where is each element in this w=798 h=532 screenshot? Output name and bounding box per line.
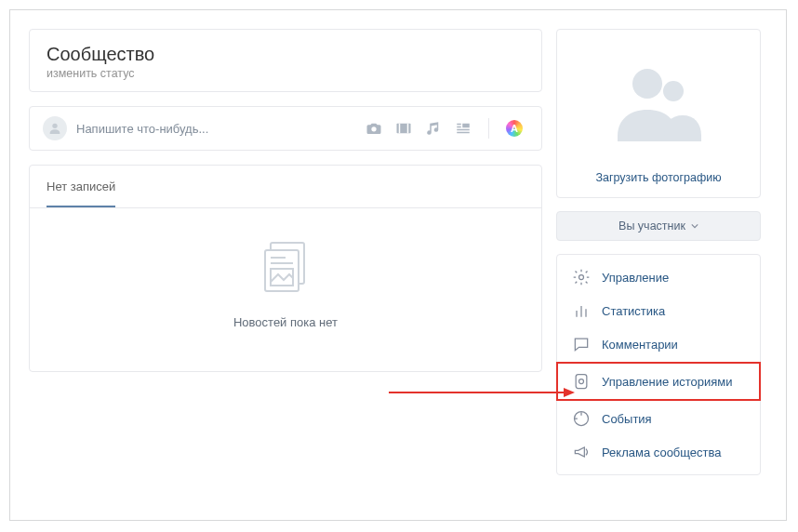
stories-icon [572, 372, 591, 391]
community-header: Сообщество изменить статус [29, 29, 542, 92]
menu-label: Управление [602, 271, 669, 285]
music-icon[interactable] [425, 120, 442, 137]
svg-point-11 [663, 81, 684, 101]
community-title: Сообщество [47, 44, 525, 65]
membership-button[interactable]: Вы участник [556, 211, 761, 241]
stats-icon [572, 301, 591, 320]
upload-photo-link[interactable]: Загрузить фотографию [568, 171, 749, 184]
menu-item-manage[interactable]: Управление [557, 260, 760, 294]
camera-icon[interactable] [366, 120, 382, 137]
article-icon[interactable] [455, 120, 472, 137]
menu-label: Управление историями [602, 375, 732, 389]
menu-item-comments[interactable]: Комментарии [557, 327, 760, 361]
posts-panel: Нет записей Новостей пока нет [29, 165, 542, 372]
compose-avatar-icon [43, 116, 67, 140]
menu-item-ads[interactable]: Реклама сообщества [557, 435, 760, 469]
menu-label: Реклама сообщества [602, 446, 722, 459]
empty-news-text: Новостей пока нет [30, 315, 541, 329]
admin-menu: Управление Статистика Комментарии Управл… [556, 254, 761, 475]
empty-news-icon [30, 241, 541, 299]
compose-box[interactable]: A [29, 106, 542, 151]
community-avatar-placeholder-icon [568, 60, 749, 147]
megaphone-icon [572, 443, 591, 461]
gear-icon [572, 268, 591, 286]
menu-item-events[interactable]: События [557, 402, 760, 435]
svg-point-0 [52, 124, 57, 128]
poster-icon[interactable]: A [506, 120, 523, 137]
compose-input[interactable] [76, 122, 366, 136]
svg-rect-4 [407, 124, 409, 134]
svg-point-12 [579, 275, 584, 280]
menu-label: Статистика [602, 304, 665, 318]
svg-rect-16 [576, 375, 587, 389]
menu-item-stats[interactable]: Статистика [557, 294, 760, 327]
svg-point-10 [632, 69, 662, 99]
menu-label: События [602, 412, 652, 426]
comment-icon [572, 335, 591, 353]
status-edit-link[interactable]: изменить статус [47, 67, 525, 80]
photo-card: Загрузить фотографию [556, 29, 761, 198]
svg-point-17 [579, 379, 584, 384]
tab-no-posts[interactable]: Нет записей [47, 166, 115, 207]
event-icon [572, 409, 591, 428]
chevron-down-icon [691, 222, 698, 230]
video-icon[interactable] [395, 120, 412, 137]
membership-label: Вы участник [618, 219, 685, 233]
svg-rect-3 [399, 124, 401, 134]
compose-divider [488, 118, 489, 139]
svg-point-1 [371, 126, 376, 131]
menu-item-stories[interactable]: Управление историями [557, 363, 760, 400]
menu-label: Комментарии [602, 338, 678, 352]
